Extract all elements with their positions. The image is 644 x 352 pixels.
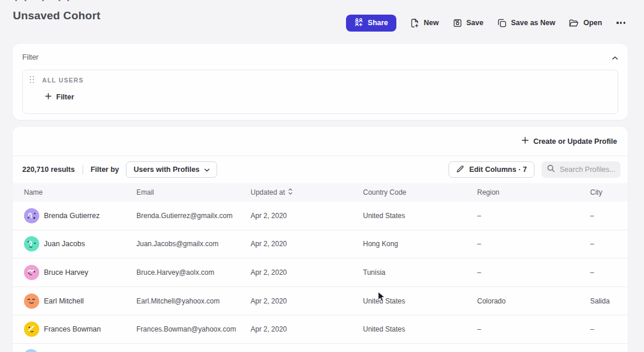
add-filter-label: Filter bbox=[56, 93, 74, 101]
add-filter-button[interactable]: Filter bbox=[45, 93, 74, 101]
column-header-name[interactable]: Name bbox=[24, 188, 136, 196]
open-folder-icon bbox=[568, 18, 579, 28]
profile-updated-at: Apr 2, 2020 bbox=[251, 297, 363, 305]
profile-region: – bbox=[477, 268, 590, 277]
share-users-icon bbox=[354, 18, 364, 29]
new-button-label: New bbox=[424, 19, 439, 27]
page-title: Unsaved Cohort bbox=[13, 9, 101, 22]
more-options-button[interactable] bbox=[615, 19, 626, 26]
copy-icon bbox=[497, 18, 507, 28]
profile-updated-at: Apr 2, 2020 bbox=[251, 268, 363, 277]
search-profiles-box[interactable] bbox=[542, 161, 621, 178]
open-button[interactable]: Open bbox=[568, 18, 602, 28]
profile-city: – bbox=[590, 240, 628, 248]
profile-region: – bbox=[477, 240, 590, 248]
filter-group: ALL USERS Filter bbox=[22, 70, 618, 114]
pencil-icon bbox=[456, 165, 464, 175]
profile-city: – bbox=[590, 325, 628, 333]
table-row[interactable]: Bruce Harvey Bruce.Harvey@aolx.com Apr 2… bbox=[13, 258, 628, 287]
profile-updated-at: Apr 2, 2020 bbox=[251, 240, 363, 248]
chevron-down-icon bbox=[204, 165, 210, 174]
filter-by-label: Filter by bbox=[91, 165, 119, 174]
table-row[interactable]: Frances Bowman Frances.Bowman@yahoox.com… bbox=[13, 315, 628, 344]
results-count: 220,710 results bbox=[22, 165, 75, 174]
profile-name: Juan Jacobs bbox=[44, 240, 85, 248]
share-button[interactable]: Share bbox=[346, 15, 396, 32]
table-row[interactable]: Earl Mitchell Earl.Mitchell@yahoox.com A… bbox=[13, 287, 628, 316]
filter-panel: Filter ALL USERS Filter bbox=[13, 44, 628, 120]
profile-country: Tunisia bbox=[363, 268, 477, 277]
table-row[interactable]: Brenda Gutierrez Brenda.Gutierrez@gmailx… bbox=[13, 202, 628, 230]
table-row-partial[interactable] bbox=[13, 344, 628, 352]
profile-region: – bbox=[477, 325, 590, 333]
filter-panel-title: Filter bbox=[22, 53, 39, 61]
profiles-panel: Create or Update Profile 220,710 results… bbox=[13, 127, 628, 352]
column-header-region[interactable]: Region bbox=[477, 188, 590, 196]
avatar bbox=[24, 208, 39, 223]
profile-region: – bbox=[477, 212, 590, 220]
users-with-profiles-dropdown[interactable]: Users with Profiles bbox=[126, 161, 217, 178]
profile-region: Colorado bbox=[477, 297, 590, 305]
column-header-city[interactable]: City bbox=[590, 188, 628, 196]
create-or-update-profile-button[interactable]: Create or Update Profile bbox=[522, 137, 617, 146]
edit-columns-label: Edit Columns · 7 bbox=[469, 165, 527, 174]
avatar bbox=[24, 322, 39, 337]
profile-email: Bruce.Harvey@aolx.com bbox=[136, 268, 251, 277]
save-icon bbox=[453, 18, 463, 28]
profile-email: Brenda.Gutierrez@gmailx.com bbox=[136, 212, 251, 220]
table-header-row: Name Email Updated at Country Code Regio… bbox=[13, 183, 628, 202]
share-button-label: Share bbox=[368, 19, 388, 27]
profile-name: Bruce Harvey bbox=[44, 268, 88, 277]
column-header-country-code[interactable]: Country Code bbox=[363, 188, 477, 196]
save-button-label: Save bbox=[467, 19, 484, 27]
column-header-email[interactable]: Email bbox=[136, 188, 251, 196]
users-with-profiles-value: Users with Profiles bbox=[133, 165, 200, 174]
toolbar: Share New Save Save as bbox=[346, 14, 626, 32]
new-button[interactable]: New bbox=[410, 18, 439, 28]
sort-icon[interactable] bbox=[288, 188, 293, 196]
save-button[interactable]: Save bbox=[453, 18, 484, 28]
table-row[interactable]: Juan Jacobs Juan.Jacobs@gmailx.com Apr 2… bbox=[13, 230, 628, 259]
search-icon bbox=[547, 164, 555, 175]
profile-country: United States bbox=[363, 297, 477, 305]
profile-country: United States bbox=[363, 212, 477, 220]
profile-city: – bbox=[590, 268, 628, 277]
profile-country: Hong Kong bbox=[363, 240, 477, 248]
new-file-icon bbox=[410, 18, 420, 28]
profile-country: United States bbox=[363, 325, 477, 333]
profile-name: Earl Mitchell bbox=[44, 297, 84, 305]
collapse-chevron-up-icon[interactable] bbox=[612, 52, 618, 63]
profile-city: – bbox=[590, 212, 628, 220]
search-profiles-input[interactable] bbox=[560, 165, 615, 174]
avatar bbox=[23, 349, 39, 352]
save-as-new-button-label: Save as New bbox=[511, 19, 556, 27]
profile-name: Frances Bowman bbox=[44, 325, 101, 333]
plus-icon bbox=[45, 93, 52, 101]
open-button-label: Open bbox=[583, 19, 602, 27]
profile-email: Juan.Jacobs@gmailx.com bbox=[136, 240, 251, 248]
avatar bbox=[24, 236, 39, 251]
profile-updated-at: Apr 2, 2020 bbox=[251, 212, 363, 220]
avatar bbox=[24, 294, 39, 309]
edit-columns-button[interactable]: Edit Columns · 7 bbox=[448, 161, 535, 178]
plus-icon bbox=[522, 137, 529, 146]
profile-updated-at: Apr 2, 2020 bbox=[251, 325, 363, 333]
profile-email: Earl.Mitchell@yahoox.com bbox=[136, 297, 251, 305]
column-header-updated-at[interactable]: Updated at bbox=[251, 188, 363, 196]
profile-city: Salida bbox=[590, 297, 628, 305]
all-users-label: ALL USERS bbox=[42, 77, 84, 84]
save-as-new-button[interactable]: Save as New bbox=[497, 18, 556, 28]
avatar bbox=[24, 265, 39, 280]
profile-email: Frances.Bowman@yahoox.com bbox=[136, 325, 251, 333]
profile-name: Brenda Gutierrez bbox=[44, 212, 100, 220]
divider bbox=[83, 165, 83, 175]
create-or-update-profile-label: Create or Update Profile bbox=[533, 137, 617, 146]
drag-handle-icon[interactable] bbox=[30, 76, 35, 84]
